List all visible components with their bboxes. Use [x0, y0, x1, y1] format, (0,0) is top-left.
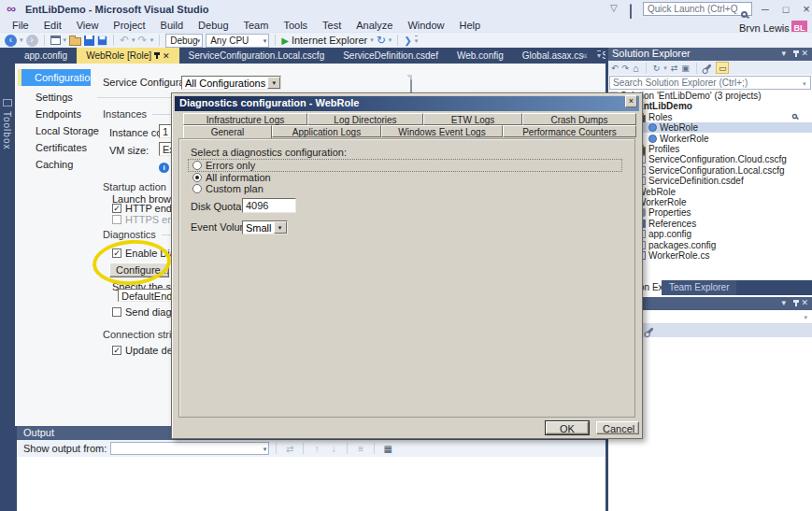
manage-configurations-icon[interactable] [410, 75, 412, 92]
ok-button[interactable]: OK [546, 421, 589, 434]
menu-analyze[interactable]: Analyze [349, 19, 400, 32]
refresh-chevron-icon[interactable]: ▾ [663, 64, 667, 72]
navigate-back-icon[interactable]: ‹ [5, 35, 17, 47]
dialog-close-icon[interactable]: × [625, 95, 637, 107]
dropdown-chevron-icon[interactable]: ▾ [804, 314, 807, 321]
output-source-dropdown[interactable]: ▾ [110, 442, 269, 455]
http-endpoint-checkbox[interactable]: ✓ [112, 204, 121, 213]
tab-webrole-active[interactable]: WebRole [Role] ✕ [77, 48, 178, 64]
find-message-icon[interactable]: ⇄ [283, 444, 296, 454]
undo-chevron-icon[interactable]: ▾ [132, 36, 135, 44]
close-panel-icon[interactable]: ✕ [801, 298, 808, 307]
redo-icon[interactable]: ↷ [138, 34, 148, 48]
output-content[interactable] [17, 457, 605, 511]
close-button[interactable]: × [798, 2, 812, 17]
tab-web-config[interactable]: Web.config [448, 48, 513, 64]
window-menu-icon[interactable]: ▾ [781, 49, 786, 58]
close-tab-icon[interactable]: ✕ [163, 51, 170, 61]
browser-target-label[interactable]: Internet Explorer [292, 35, 367, 46]
custom-plan-label[interactable]: Custom plan [206, 183, 264, 194]
pin-icon[interactable] [795, 300, 797, 306]
solution-search-input[interactable] [609, 76, 811, 90]
open-file-icon[interactable] [69, 37, 81, 46]
send-diagnostics-checkbox[interactable] [112, 307, 121, 317]
save-icon[interactable] [84, 35, 94, 46]
service-config-dropdown[interactable]: All Configurations▾ [181, 76, 281, 90]
nav-endpoints[interactable]: Endpoints [36, 108, 81, 120]
sync-icon[interactable]: ⇄ [671, 64, 678, 73]
tab-global-asax[interactable]: Global.asax.cs [513, 48, 593, 64]
attach-icon[interactable]: ❯ [404, 35, 411, 46]
dropdown-button-icon[interactable]: ▾ [267, 77, 280, 89]
tab-app-config[interactable]: app.config [15, 48, 77, 64]
nav-configuration[interactable]: Configuration [21, 69, 91, 86]
tab-log-directories[interactable]: Log Directories [307, 113, 423, 125]
word-wrap-icon[interactable]: ▦ [381, 444, 394, 454]
clear-all-icon[interactable]: ≡ [354, 444, 367, 454]
refresh-chevron-icon[interactable]: ▾ [389, 36, 392, 44]
menu-tools[interactable]: Tools [276, 19, 315, 32]
update-dev-checkbox[interactable]: ✓ [112, 346, 121, 355]
all-information-label[interactable]: All information [206, 172, 271, 183]
tab-application-logs[interactable]: Application Logs [272, 125, 381, 137]
maximize-button[interactable]: □ [777, 2, 794, 17]
refresh-icon[interactable]: ↻ [653, 64, 661, 73]
solution-explorer-header[interactable]: Solution Explorer ▾ ✕ [608, 48, 812, 61]
next-message-icon[interactable]: ↓ [327, 444, 340, 454]
menu-team[interactable]: Team [236, 19, 277, 32]
toolbar-overflow-icon[interactable]: ▾ [415, 35, 419, 45]
scroll-tabs-icon[interactable]: « [582, 50, 588, 61]
pin-icon[interactable] [795, 50, 797, 57]
solution-config-dropdown[interactable]: Debug▾ [165, 34, 203, 48]
start-debug-icon[interactable]: ▶ [281, 35, 289, 46]
dialog-title-bar[interactable]: Diagnostics configuration - WebRole [175, 96, 639, 111]
errors-only-radio[interactable] [192, 161, 202, 170]
prev-message-icon[interactable]: ↑ [310, 444, 323, 454]
nav-caching[interactable]: Caching [36, 159, 73, 170]
refresh-icon[interactable]: ↻ [377, 34, 386, 47]
search-chevron-icon[interactable]: ▾ [803, 80, 806, 88]
navigate-forward-icon[interactable]: › [26, 35, 38, 47]
menu-edit[interactable]: Edit [36, 19, 69, 32]
nav-settings[interactable]: Settings [36, 92, 73, 103]
home-icon[interactable]: ⌂ [633, 63, 639, 74]
menu-window[interactable]: Window [400, 19, 451, 32]
tab-general[interactable]: General [183, 125, 272, 139]
nav-local-storage[interactable]: Local Storage [36, 125, 99, 136]
back-icon[interactable]: ↶ [611, 64, 619, 73]
properties-wrench-icon[interactable] [646, 327, 653, 334]
nav-certificates[interactable]: Certificates [36, 142, 87, 153]
all-information-radio[interactable] [192, 173, 202, 182]
tab-performance-counters[interactable]: Performance Counters [503, 125, 636, 137]
menu-build[interactable]: Build [153, 19, 191, 32]
pin-icon[interactable] [156, 52, 158, 59]
tab-team-explorer[interactable]: Team Explorer [662, 280, 736, 295]
menu-file[interactable]: File [5, 19, 36, 32]
feedback-filter-icon[interactable]: ▽ [610, 3, 618, 13]
tab-servicedefinition[interactable]: ServiceDefinition.csdef [334, 48, 448, 64]
browser-chevron-icon[interactable]: ▾ [370, 36, 374, 44]
tab-infrastructure-logs[interactable]: Infrastructure Logs [183, 113, 307, 125]
minimize-button[interactable]: ─ [757, 2, 774, 17]
tab-windows-event-logs[interactable]: Windows Event Logs [381, 125, 503, 137]
pending-changes-icon[interactable]: ▣ [681, 64, 690, 73]
redo-chevron-icon[interactable]: ▾ [150, 36, 154, 44]
window-menu-icon[interactable]: ▾ [781, 298, 786, 307]
forward-icon[interactable]: ↷ [622, 64, 630, 73]
tab-etw-logs[interactable]: ETW Logs [423, 113, 522, 125]
back-chevron-icon[interactable]: ▾ [20, 36, 23, 44]
menu-help[interactable]: Help [452, 19, 489, 32]
dropdown-button-icon[interactable]: ▾ [274, 221, 287, 234]
platform-dropdown[interactable]: Any CPU▾ [206, 34, 269, 48]
errors-only-label[interactable]: Errors only [206, 160, 255, 171]
tab-list-icon[interactable]: ▾ [597, 50, 601, 60]
menu-view[interactable]: View [69, 19, 107, 32]
disk-quota-input[interactable]: 4096 [242, 198, 296, 213]
menu-project[interactable]: Project [106, 19, 152, 32]
cancel-button[interactable]: Cancel [596, 421, 639, 434]
properties-wrench-icon[interactable] [704, 64, 711, 71]
menu-test[interactable]: Test [315, 19, 349, 32]
close-panel-icon[interactable]: ✕ [801, 49, 808, 58]
custom-plan-radio[interactable] [192, 184, 202, 193]
new-project-icon[interactable] [50, 35, 61, 45]
